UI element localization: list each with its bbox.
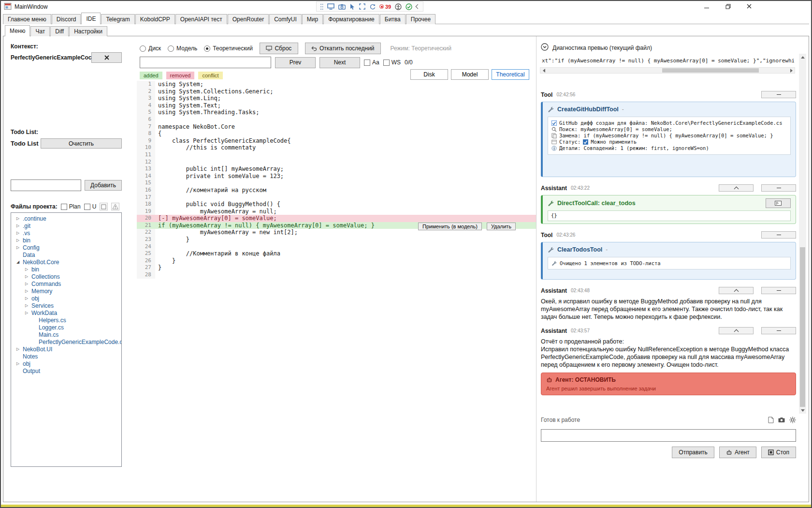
- minimize-message-button[interactable]: [761, 184, 796, 192]
- scroll-right-button[interactable]: [788, 68, 795, 73]
- main-tab[interactable]: Битва: [380, 14, 406, 24]
- tree-item[interactable]: ▷ .vs: [11, 229, 121, 237]
- code-line[interactable]: 16 //коментарий на русском: [137, 187, 536, 194]
- main-tab[interactable]: ComfyUI: [269, 14, 302, 24]
- cursor-icon[interactable]: [349, 3, 355, 10]
- tool-call-action-button[interactable]: [766, 198, 791, 208]
- tree-item[interactable]: ▷ bin: [11, 266, 121, 273]
- source-radio[interactable]: Теоретический: [204, 45, 253, 52]
- tree-expander-icon[interactable]: ▷: [24, 303, 29, 308]
- main-tab[interactable]: KoboldCPP: [135, 14, 175, 24]
- tree-item[interactable]: ◢ NekoBot.Core: [11, 258, 121, 266]
- code-line[interactable]: 17: [137, 194, 536, 201]
- sub-tab[interactable]: Чат: [30, 26, 50, 36]
- code-line[interactable]: 6: [137, 116, 536, 123]
- code-line[interactable]: 18 public void BuggyMethod() {: [137, 201, 536, 208]
- scrollbar-track[interactable]: [547, 68, 788, 73]
- tree-item[interactable]: ▷ Collections: [11, 273, 121, 280]
- rotate-icon[interactable]: [369, 3, 376, 10]
- collapse-toolbar-icon[interactable]: [416, 4, 420, 9]
- main-tab[interactable]: Прочее: [406, 14, 435, 24]
- u-checkbox[interactable]: U: [84, 203, 97, 210]
- tree-item[interactable]: Logger.cs: [11, 324, 121, 331]
- tree-item[interactable]: ▷ obj: [11, 360, 121, 367]
- tree-item[interactable]: ▷ .continue: [11, 215, 121, 222]
- reset-button[interactable]: Сброс: [260, 43, 298, 54]
- maximize-button[interactable]: [717, 1, 739, 12]
- tree-item[interactable]: ▷ bin: [11, 237, 121, 244]
- plan-checkbox[interactable]: Plan: [61, 203, 81, 210]
- code-line[interactable]: 20[-] myAwesomeArray[0] = someValue;: [137, 215, 536, 222]
- collapse-message-button[interactable]: [719, 184, 754, 192]
- tree-expander-icon[interactable]: ▷: [24, 289, 29, 293]
- tree-item[interactable]: Main.c­s: [11, 331, 121, 338]
- whitespace-checkbox[interactable]: WS: [383, 59, 401, 66]
- main-tab[interactable]: IDE: [81, 13, 101, 24]
- main-tab[interactable]: Мир: [302, 14, 323, 24]
- tree-item[interactable]: ▷ Commands: [11, 280, 121, 287]
- minimize-message-button[interactable]: [761, 327, 796, 334]
- frame-capture-icon[interactable]: [359, 3, 365, 10]
- prev-button[interactable]: Prev: [275, 57, 316, 68]
- tree-expander-icon[interactable]: ▷: [15, 238, 20, 242]
- code-line[interactable]: 23 }: [137, 236, 536, 243]
- main-tab[interactable]: Форматирование: [323, 14, 379, 24]
- tree-expander-icon[interactable]: ▷: [24, 296, 29, 300]
- main-tab[interactable]: Главное меню: [3, 14, 51, 24]
- view-button[interactable]: Disk: [410, 69, 448, 80]
- agent-button[interactable]: Агент: [719, 447, 756, 458]
- tree-expander-icon[interactable]: ▷: [24, 311, 29, 315]
- tree-expander-icon[interactable]: ▷: [24, 282, 29, 286]
- minimize-message-button[interactable]: [761, 231, 796, 239]
- tree-item[interactable]: ▷ Services: [11, 302, 121, 309]
- todo-input[interactable]: [11, 179, 81, 191]
- code-line[interactable]: 10 //this is commentaty: [137, 144, 536, 151]
- tree-item[interactable]: ▷ NekoBot.UI: [11, 345, 121, 353]
- warning-icon-button[interactable]: [111, 203, 119, 210]
- minimize-message-button[interactable]: [761, 91, 796, 98]
- code-line[interactable]: 19 myAwesomeArray = null;: [137, 208, 536, 215]
- tree-item[interactable]: ▷ Memory: [11, 287, 121, 295]
- sub-tab[interactable]: Меню: [5, 25, 30, 36]
- tree-expander-icon[interactable]: ◢: [15, 260, 20, 264]
- scrollbar-thumb[interactable]: [800, 247, 805, 407]
- collapse-diagnostics-icon[interactable]: [541, 43, 549, 52]
- tree-item[interactable]: ▷ Config: [11, 244, 121, 251]
- tree-item[interactable]: ▷ .git: [11, 222, 121, 229]
- code-editor[interactable]: 1using System; 2using System.Collections…: [137, 81, 536, 499]
- code-line[interactable]: 27}: [137, 264, 536, 271]
- code-line[interactable]: 12: [137, 159, 536, 166]
- code-line[interactable]: 14 private int someValue = 123;: [137, 173, 536, 180]
- tree-item[interactable]: ▷ WorkData: [11, 309, 121, 316]
- accessibility-icon[interactable]: [395, 3, 402, 10]
- source-radio[interactable]: Модель: [168, 45, 197, 52]
- code-line[interactable]: 1using System;: [137, 81, 536, 88]
- chat-input[interactable]: [541, 429, 796, 442]
- tree-item[interactable]: Notes: [11, 353, 121, 360]
- tree-item[interactable]: Data: [11, 251, 121, 258]
- code-line[interactable]: 8{: [137, 130, 536, 137]
- scroll-up-button[interactable]: [799, 54, 806, 60]
- diff-search-input[interactable]: [140, 57, 271, 68]
- main-tab[interactable]: Telegram: [101, 14, 134, 24]
- scroll-left-button[interactable]: [540, 68, 547, 73]
- tree-expander-icon[interactable]: ▷: [15, 361, 20, 366]
- tree-expander-icon[interactable]: ▷: [15, 216, 20, 221]
- check-circle-icon[interactable]: [406, 3, 412, 10]
- close-button[interactable]: [739, 1, 760, 12]
- scroll-down-button[interactable]: [799, 407, 806, 414]
- code-line[interactable]: 26 }: [137, 257, 536, 265]
- apply-to-model-button[interactable]: Применить (в модель): [418, 223, 482, 230]
- main-tab[interactable]: OpenAIAPI тест: [175, 14, 227, 24]
- tree-expander-icon[interactable]: ▷: [15, 347, 20, 351]
- minimize-message-button[interactable]: [761, 287, 796, 294]
- clear-todos-button[interactable]: Очистить: [41, 138, 122, 149]
- code-line[interactable]: 9 class PerfectlyGenericExampleCode{: [137, 137, 536, 145]
- tree-expander-icon[interactable]: ▷: [15, 231, 20, 235]
- code-line[interactable]: 13 public int[] myAwesomeArray;: [137, 165, 536, 173]
- source-radio[interactable]: Диск: [140, 45, 161, 52]
- minimize-button[interactable]: [696, 1, 717, 12]
- collapse-message-button[interactable]: [719, 287, 754, 294]
- screenshot-icon-button[interactable]: [778, 417, 785, 423]
- capture-toolbar[interactable]: 39: [316, 1, 423, 12]
